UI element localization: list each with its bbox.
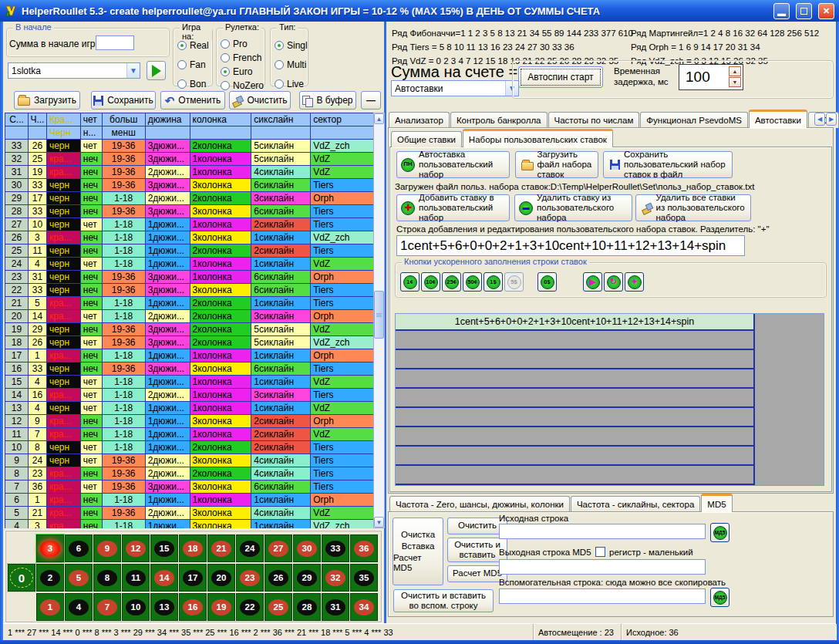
table-cell[interactable]: 2сиклайн	[251, 218, 311, 231]
bet-grid-empty-row[interactable]	[396, 350, 755, 369]
table-cell[interactable]: 19	[5, 323, 29, 336]
minimize-button[interactable]: ▬	[773, 3, 790, 19]
table-cell[interactable]: 2дюжи...	[146, 166, 190, 179]
table-cell[interactable]: черн	[47, 336, 81, 349]
table-cell[interactable]: 3колонка	[190, 480, 252, 494]
table-cell[interactable]: 6сиклайн	[251, 205, 311, 218]
table-row[interactable]: 1929черннеч19-363дюжи...2колонка5сиклайн…	[5, 323, 373, 336]
table-row[interactable]: 43кра...неч1-181дюжи...3колонка1сиклайнV…	[5, 520, 373, 528]
header-cell[interactable]: больш	[103, 113, 146, 126]
roulette-number-3[interactable]: 3	[36, 534, 64, 562]
table-cell[interactable]: 1сиклайн	[251, 376, 311, 389]
md5-aux-input[interactable]	[499, 588, 706, 604]
radio-option-bon[interactable]: Bon	[177, 78, 209, 89]
table-cell[interactable]: 1сиклайн	[251, 297, 311, 310]
table-cell[interactable]: 1сиклайн	[251, 520, 311, 528]
table-row[interactable]: 2331черннеч19-363дюжи...1колонка6сиклайн…	[5, 271, 373, 284]
roulette-number-11[interactable]: 11	[122, 564, 150, 592]
table-cell[interactable]: VdZ	[311, 402, 373, 415]
table-cell[interactable]: 5сиклайн	[251, 323, 311, 336]
table-cell[interactable]: 26	[29, 140, 47, 153]
table-cell[interactable]: 28	[5, 205, 29, 218]
table-cell[interactable]: 1дюжи...	[146, 520, 190, 528]
table-cell[interactable]: Tiers	[311, 205, 373, 218]
repeat-chip-button[interactable]: ↻	[604, 272, 623, 292]
table-cell[interactable]: 19-36	[103, 323, 146, 336]
table-cell[interactable]: 1дюжи...	[146, 258, 190, 271]
roulette-number-12[interactable]: 12	[122, 534, 150, 562]
table-cell[interactable]: 1колонка	[190, 402, 252, 415]
table-cell[interactable]: 12	[5, 415, 29, 428]
table-cell[interactable]: 33	[29, 284, 47, 297]
table-cell[interactable]: 5сиклайн	[251, 336, 311, 349]
chevron-down-icon[interactable]: ▼	[126, 63, 140, 78]
table-cell[interactable]: 1-18	[103, 310, 146, 323]
table-cell[interactable]: 3колонка	[190, 520, 252, 528]
table-cell[interactable]: 1колонка	[190, 389, 252, 402]
table-cell[interactable]: 36	[29, 480, 47, 494]
bottom-tab-частота-сиклайны-сектора[interactable]: Частота - сиклайны, сектора	[571, 496, 700, 512]
table-cell[interactable]: Tiers	[311, 389, 373, 402]
table-cell[interactable]: 1-18	[103, 258, 146, 271]
table-row[interactable]: 244чернчет1-181дюжи...1колонка1сиклайнVd…	[5, 258, 373, 271]
table-cell[interactable]: 19-36	[103, 166, 146, 179]
table-cell[interactable]: 3сиклайн	[251, 389, 311, 402]
table-cell[interactable]: 23	[29, 467, 47, 480]
table-row[interactable]: 171кра...неч1-181дюжи...1колонка1сиклайн…	[5, 349, 373, 362]
table-cell[interactable]: неч	[81, 284, 103, 297]
table-cell[interactable]: 19-36	[103, 336, 146, 349]
header-cell[interactable]: сектор	[311, 113, 373, 126]
tabs-scroll-left-button[interactable]: ◀	[814, 113, 825, 126]
bet-grid-empty-row[interactable]	[396, 466, 755, 485]
roulette-number-18[interactable]: 18	[179, 534, 207, 562]
table-cell[interactable]: 1колонка	[190, 271, 252, 284]
table-cell[interactable]: 9	[5, 454, 29, 467]
roulette-number-26[interactable]: 26	[265, 564, 292, 592]
table-cell[interactable]: 11	[29, 244, 47, 258]
table-cell[interactable]: 1колонка	[190, 376, 252, 389]
table-cell[interactable]: 1сиклайн	[251, 494, 311, 507]
table-cell[interactable]: неч	[81, 507, 103, 520]
table-cell[interactable]: кра...	[47, 467, 81, 480]
table-cell[interactable]: 6сиклайн	[251, 179, 311, 192]
table-cell[interactable]: 1дюжи...	[146, 244, 190, 258]
subtab-наборы-пользовательских-ставок[interactable]: Наборы пользовательских ставок	[463, 129, 613, 147]
table-cell[interactable]: 33	[5, 140, 29, 153]
spin-up-icon[interactable]: ▲	[729, 66, 741, 76]
table-cell[interactable]: 1	[29, 349, 47, 362]
table-cell[interactable]: 3колонка	[190, 179, 252, 192]
table-row[interactable]: 924чернчет19-362дюжи...3колонка4сиклайнT…	[5, 454, 373, 467]
header-cell[interactable]: сикслайн	[251, 113, 311, 126]
header-cell[interactable]: Ч...	[29, 113, 47, 126]
roulette-number-9[interactable]: 9	[93, 534, 121, 562]
table-cell[interactable]: 2дюжи...	[146, 467, 190, 480]
tab-контроль-банкролла[interactable]: Контроль банкролла	[450, 112, 548, 128]
table-cell[interactable]: кра...	[47, 389, 81, 402]
mode-combo[interactable]: Автоставки ▼	[391, 80, 519, 96]
table-cell[interactable]: 3колонка	[190, 454, 252, 467]
table-cell[interactable]: VdZ	[311, 428, 373, 441]
chip-50¢[interactable]: 50¢	[463, 272, 482, 292]
table-cell[interactable]: 1-18	[103, 192, 146, 205]
scrollbar-thumb[interactable]	[374, 291, 384, 339]
table-cell[interactable]: неч	[81, 205, 103, 218]
table-cell[interactable]: VdZ_zch	[311, 520, 373, 528]
roulette-number-19[interactable]: 19	[207, 593, 235, 621]
roulette-number-5[interactable]: 5	[65, 564, 93, 592]
table-cell[interactable]: неч	[81, 231, 103, 244]
table-row[interactable]: 134чернчет1-181дюжи...1колонка1сиклайнVd…	[5, 402, 373, 415]
title-bar[interactable]: HelperRoullet 5.3- create helperroullet@…	[0, 0, 839, 22]
table-row[interactable]: 2710чернчет1-181дюжи...1колонка2сиклайнT…	[5, 218, 373, 231]
toolbar-save-button[interactable]: Сохранить	[91, 91, 156, 110]
table-cell[interactable]: 4	[29, 258, 47, 271]
table-cell[interactable]: 33	[29, 205, 47, 218]
table-cell[interactable]: Tiers	[311, 480, 373, 494]
table-cell[interactable]: 1-18	[103, 520, 146, 528]
table-cell[interactable]: неч	[81, 467, 103, 480]
table-cell[interactable]: 24	[29, 454, 47, 467]
table-cell[interactable]: 3	[29, 231, 47, 244]
roulette-number-30[interactable]: 30	[293, 534, 321, 562]
table-row[interactable]: 215кра...неч1-181дюжи...2колонка1сиклайн…	[5, 297, 373, 310]
table-cell[interactable]: 23	[5, 271, 29, 284]
table-cell[interactable]: неч	[81, 153, 103, 166]
